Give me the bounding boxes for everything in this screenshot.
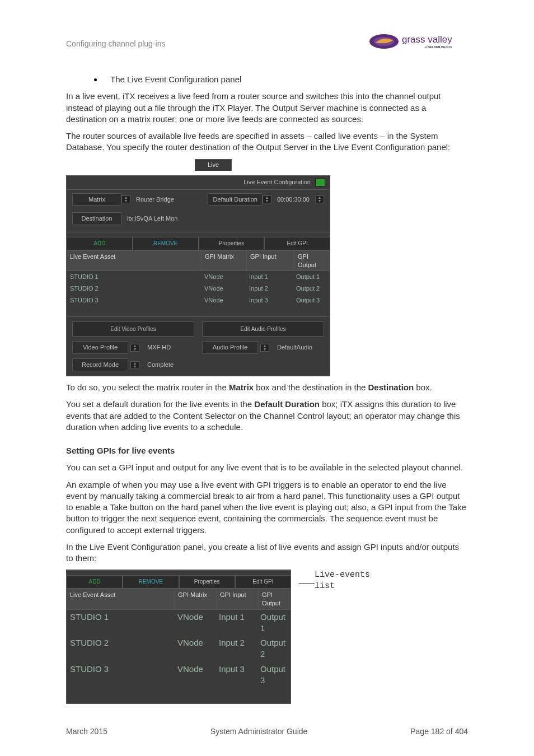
col-gpi-input: GPI Input: [247, 251, 294, 271]
annotation-connector: [299, 583, 315, 584]
duration-stepper[interactable]: ▲▼: [263, 195, 271, 203]
paragraph: In the Live Event Configuration panel, y…: [66, 542, 468, 564]
remove-button[interactable]: REMOVE: [123, 575, 179, 589]
edit-gpi-button[interactable]: Edit GPI: [235, 575, 291, 589]
table-row[interactable]: STUDIO 1VNodeInput 1Output 1: [67, 610, 291, 636]
col-live-event-asset: Live Event Asset: [67, 589, 175, 609]
default-duration-value[interactable]: 00:00:30:00: [271, 195, 315, 204]
edit-gpi-button[interactable]: Edit GPI: [264, 237, 330, 250]
cell: VNode: [174, 662, 216, 688]
header-section: Configuring channel plug-ins: [66, 39, 165, 48]
paragraph: In a live event, iTX receives a live fee…: [66, 91, 468, 125]
default-duration-label: Default Duration: [208, 193, 263, 206]
cell: Output 1: [293, 271, 330, 283]
panel-title: Live Event Configuration: [243, 178, 311, 186]
record-mode-stepper[interactable]: ▲▼: [130, 361, 139, 369]
cell: STUDIO 1: [67, 271, 201, 283]
cell: Input 3: [246, 295, 293, 306]
footer-title: System Administrator Guide: [210, 727, 308, 736]
audio-profile-value[interactable]: DefaultAudio: [271, 343, 318, 352]
cell: Output 3: [257, 662, 291, 688]
add-button[interactable]: ADD: [67, 237, 133, 250]
cell: Input 1: [216, 610, 257, 636]
cell: STUDIO 3: [67, 662, 174, 688]
cell: Input 2: [246, 283, 293, 295]
col-gpi-output: GPI Output: [294, 251, 330, 271]
cell: VNode: [201, 283, 246, 295]
cell: Output 2: [293, 283, 330, 295]
table-row[interactable]: STUDIO 2VNodeInput 2Output 2: [67, 283, 330, 295]
col-gpi-input: GPI Input: [217, 589, 259, 609]
brand-logo: grass valley A BELDEN BRAND: [367, 30, 468, 57]
video-profile-stepper[interactable]: ▲▼: [130, 344, 139, 352]
audio-profile-stepper[interactable]: ▲▼: [260, 344, 269, 352]
record-mode-value[interactable]: Complete: [142, 361, 179, 369]
record-mode-label: Record Mode: [72, 358, 128, 371]
bullet-dot-icon: [94, 78, 97, 81]
cell: Input 2: [216, 636, 257, 662]
destination-value[interactable]: itx:iSvQA Left Mon: [121, 214, 183, 223]
annotation-live-events-list: Live-events list: [315, 570, 370, 591]
cell: Output 1: [257, 610, 291, 636]
cell: STUDIO 2: [67, 636, 174, 662]
paragraph: To do so, you select the matrix router i…: [66, 382, 468, 393]
cell: STUDIO 1: [67, 610, 174, 636]
matrix-stepper[interactable]: ▲▼: [121, 195, 130, 203]
duration-stepper-2[interactable]: ▲▼: [315, 195, 324, 203]
table-row[interactable]: STUDIO 3VNodeInput 3Output 3: [67, 662, 291, 688]
cell: Input 1: [246, 271, 293, 283]
col-gpi-matrix: GPI Matrix: [202, 251, 247, 271]
edit-audio-profiles-button[interactable]: Edit Audio Profiles: [202, 321, 324, 337]
matrix-value[interactable]: Router Bridge: [130, 195, 180, 204]
destination-label: Destination: [72, 212, 121, 225]
col-live-event-asset: Live Event Asset: [67, 251, 202, 271]
footer-date: March 2015: [66, 727, 107, 736]
properties-button[interactable]: Properties: [179, 575, 235, 589]
plugin-enabled-led[interactable]: [315, 179, 325, 186]
table-row[interactable]: STUDIO 3VNodeInput 3Output 3: [67, 295, 330, 306]
table-row[interactable]: STUDIO 1VNodeInput 1Output 1: [67, 271, 330, 283]
cell: VNode: [201, 295, 246, 306]
cell: VNode: [174, 636, 216, 662]
heading-setting-gpis: Setting GPIs for live events: [66, 445, 468, 456]
paragraph: An example of when you may use a live ev…: [66, 479, 468, 536]
cell: Output 2: [257, 636, 291, 662]
svg-text:A BELDEN BRAND: A BELDEN BRAND: [425, 45, 452, 49]
table-row[interactable]: STUDIO 2VNodeInput 2Output 2: [67, 636, 291, 662]
add-button[interactable]: ADD: [67, 575, 123, 589]
brand-text: grass valley: [402, 34, 452, 45]
paragraph: You can set a GPI input and output for a…: [66, 462, 468, 473]
cell: VNode: [174, 610, 216, 636]
cell: STUDIO 2: [67, 283, 201, 295]
cell: Input 3: [216, 662, 257, 688]
matrix-label: Matrix: [72, 193, 121, 206]
video-profile-value[interactable]: MXF HD: [142, 343, 176, 352]
tab-live[interactable]: Live: [195, 159, 232, 171]
edit-video-profiles-button[interactable]: Edit Video Profiles: [72, 321, 194, 337]
paragraph: You set a default duration for the live …: [66, 399, 468, 433]
cell: VNode: [201, 271, 246, 283]
col-gpi-matrix: GPI Matrix: [175, 589, 217, 609]
remove-button[interactable]: REMOVE: [133, 237, 199, 250]
bullet-text: The Live Event Configuration panel: [110, 74, 241, 85]
cell: STUDIO 3: [67, 295, 201, 306]
video-profile-label: Video Profile: [72, 341, 128, 354]
col-gpi-output: GPI Output: [259, 589, 291, 609]
audio-profile-label: Audio Profile: [202, 341, 258, 354]
properties-button[interactable]: Properties: [199, 237, 265, 250]
footer-page: Page 182 of 404: [410, 727, 468, 736]
cell: Output 3: [293, 295, 330, 306]
paragraph: The router sources of available live fee…: [66, 130, 468, 153]
